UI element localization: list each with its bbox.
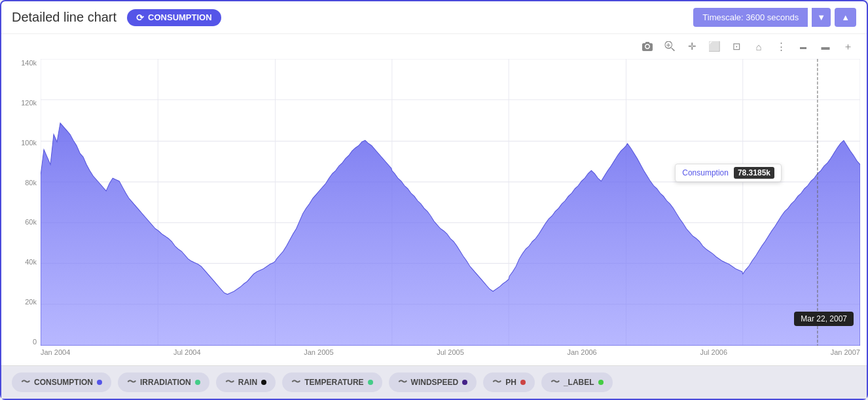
y-label-0: 0	[8, 338, 41, 346]
legend-ph[interactable]: 〜 PH	[483, 373, 535, 392]
line-thin-icon[interactable]: ▬	[795, 38, 812, 55]
plus-icon[interactable]: ＋	[839, 38, 856, 55]
header: Detailed line chart ⟳ CONSUMPTION Timesc…	[1, 1, 867, 34]
vert-lines-icon[interactable]: ⋮	[772, 38, 789, 55]
legend-wave-label: 〜	[551, 376, 560, 388]
x-label-jan2004: Jan 2004	[41, 348, 70, 356]
line-thick-icon[interactable]: ▬	[817, 38, 834, 55]
zoom-icon[interactable]	[661, 38, 678, 55]
legend-label-irradiation: IRRADIATION	[140, 378, 191, 387]
legend-dot-consumption	[97, 380, 102, 385]
y-label-120k: 120k	[8, 99, 41, 107]
date-tooltip: Mar 22, 2007	[794, 312, 854, 326]
legend-wave-consumption: 〜	[21, 376, 30, 388]
legend-dot-label	[598, 380, 604, 385]
x-label-jan2005: Jan 2005	[304, 348, 333, 356]
legend-dot-windspeed	[462, 380, 467, 385]
legend-temperature[interactable]: 〜 TEMPERATURE	[282, 373, 382, 392]
legend-windspeed[interactable]: 〜 WINDSPEED	[389, 373, 477, 392]
legend-label-rain: RAIN	[238, 378, 257, 387]
home-icon[interactable]: ⌂	[750, 38, 767, 55]
legend-label[interactable]: 〜 _LABEL	[541, 373, 613, 392]
tooltip-value: 78.3185k	[734, 167, 774, 179]
legend-dot-rain	[261, 380, 266, 385]
legend-wave-ph: 〜	[492, 376, 501, 388]
timescale-dropdown-button[interactable]: ▼	[812, 8, 831, 27]
legend-wave-irradiation: 〜	[127, 376, 136, 388]
legend-dot-temperature	[368, 380, 373, 385]
legend-irradiation[interactable]: 〜 IRRADIATION	[118, 373, 209, 392]
legend-label-consumption: CONSUMPTION	[34, 378, 93, 387]
consumption-badge[interactable]: ⟳ CONSUMPTION	[127, 9, 221, 26]
main-container: Detailed line chart ⟳ CONSUMPTION Timesc…	[0, 0, 868, 400]
camera-icon[interactable]	[639, 38, 656, 55]
collapse-button[interactable]: ▲	[835, 8, 856, 27]
chart-area: 0 20k 40k 60k 80k 100k 120k 140k	[1, 59, 867, 365]
legend-consumption[interactable]: 〜 CONSUMPTION	[12, 373, 111, 392]
chart-plot[interactable]: Consumption 78.3185k Mar 22, 2007	[41, 59, 860, 346]
timescale-button[interactable]: Timescale: 3600 seconds	[693, 8, 808, 27]
y-label-140k: 140k	[8, 59, 41, 67]
chart-title: Detailed line chart	[12, 10, 117, 25]
x-axis: Jan 2004 Jul 2004 Jan 2005 Jul 2005 Jan …	[41, 346, 860, 365]
legend-label-ph: PH	[505, 378, 516, 387]
badge-label: CONSUMPTION	[148, 12, 212, 22]
y-axis: 0 20k 40k 60k 80k 100k 120k 140k	[8, 59, 41, 346]
legend-wave-windspeed: 〜	[398, 376, 407, 388]
chart-inner: 0 20k 40k 60k 80k 100k 120k 140k	[8, 59, 860, 365]
crosshair-icon[interactable]: ✛	[683, 38, 700, 55]
x-label-jan2006: Jan 2006	[567, 348, 596, 356]
legend-dot-irradiation	[195, 380, 200, 385]
legend-label-label: _LABEL	[564, 378, 594, 387]
y-label-60k: 60k	[8, 218, 41, 226]
legend-wave-rain: 〜	[225, 376, 234, 388]
tooltip-label: Consumption	[682, 168, 729, 177]
legend-label-temperature: TEMPERATURE	[304, 378, 363, 387]
x-label-jan2007: Jan 2007	[831, 348, 860, 356]
lasso-icon[interactable]: ⊡	[728, 38, 745, 55]
badge-icon: ⟳	[136, 12, 144, 23]
select-rect-icon[interactable]: ⬜	[706, 38, 723, 55]
legend-rain[interactable]: 〜 RAIN	[216, 373, 276, 392]
header-right: Timescale: 3600 seconds ▼ ▲	[693, 8, 856, 27]
legend-bar: 〜 CONSUMPTION 〜 IRRADIATION 〜 RAIN 〜 TEM…	[1, 365, 867, 399]
y-label-20k: 20k	[8, 298, 41, 306]
x-label-jul2004: Jul 2004	[173, 348, 201, 356]
y-label-80k: 80k	[8, 179, 41, 187]
y-label-100k: 100k	[8, 139, 41, 147]
chart-tooltip: Consumption 78.3185k	[675, 164, 782, 182]
legend-dot-ph	[520, 380, 526, 385]
x-label-jul2005: Jul 2005	[437, 348, 464, 356]
legend-wave-temperature: 〜	[291, 376, 300, 388]
y-label-40k: 40k	[8, 258, 41, 266]
x-label-jul2006: Jul 2006	[700, 348, 727, 356]
legend-label-windspeed: WINDSPEED	[411, 378, 459, 387]
chart-toolbar: ✛ ⬜ ⊡ ⌂ ⋮ ▬ ▬ ＋	[1, 34, 867, 59]
